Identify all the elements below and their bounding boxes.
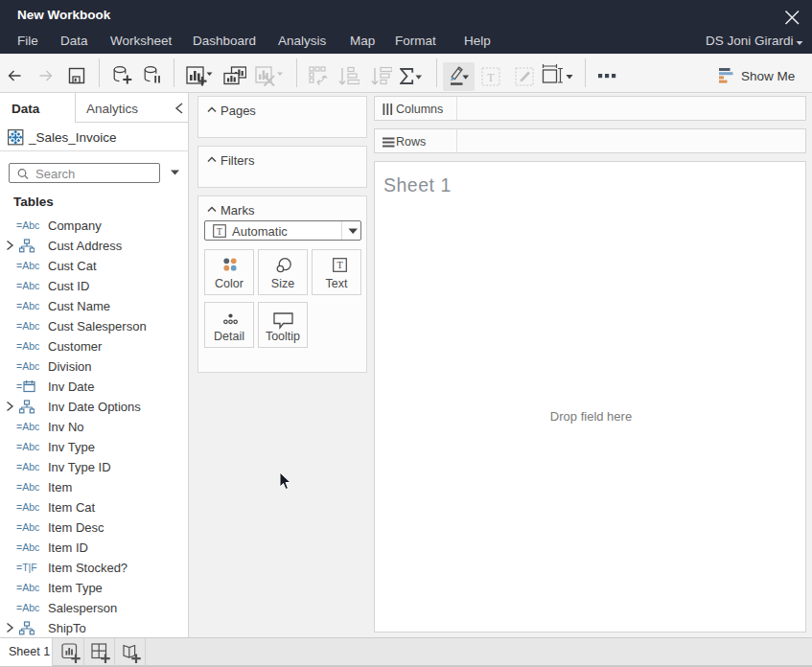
svg-text:T: T: [487, 71, 495, 84]
svg-text:T: T: [336, 260, 342, 270]
svg-text:T: T: [217, 227, 222, 237]
